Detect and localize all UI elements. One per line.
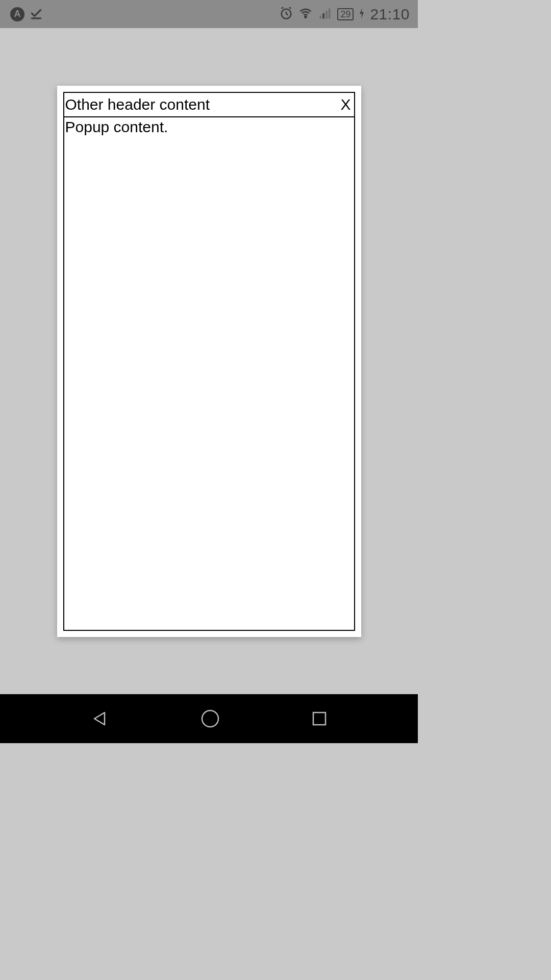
popup-title: Other header content [64, 96, 338, 113]
alarm-icon [279, 6, 293, 22]
home-button[interactable] [199, 708, 221, 729]
svg-marker-11 [360, 8, 364, 18]
wifi-icon [298, 6, 313, 22]
popup-dialog: Other header content X Popup content. [57, 86, 361, 637]
svg-point-6 [305, 16, 307, 17]
svg-marker-12 [94, 713, 105, 725]
download-done-icon [30, 7, 43, 22]
signal-icon [318, 6, 332, 22]
svg-rect-14 [313, 713, 325, 725]
close-button[interactable]: X [337, 96, 354, 113]
popup-overlay: Other header content X Popup content. [0, 28, 418, 694]
svg-line-5 [289, 7, 291, 8]
charging-icon [359, 7, 365, 22]
svg-rect-7 [320, 15, 322, 18]
status-bar: A [0, 0, 418, 28]
svg-rect-8 [323, 13, 325, 19]
popup-body-text: Popup content. [65, 118, 168, 135]
navigation-bar [0, 694, 418, 743]
popup-header: Other header content X [64, 93, 354, 117]
svg-rect-9 [326, 11, 328, 18]
svg-line-4 [282, 7, 284, 8]
svg-line-3 [286, 14, 288, 15]
battery-level: 29 [337, 8, 354, 20]
recent-apps-button[interactable] [310, 709, 329, 728]
clock-time: 21:10 [370, 6, 410, 23]
app-icon: A [10, 7, 24, 21]
svg-rect-10 [329, 8, 331, 18]
back-button[interactable] [89, 708, 110, 729]
svg-point-13 [202, 710, 218, 727]
popup-body: Popup content. [64, 117, 354, 630]
